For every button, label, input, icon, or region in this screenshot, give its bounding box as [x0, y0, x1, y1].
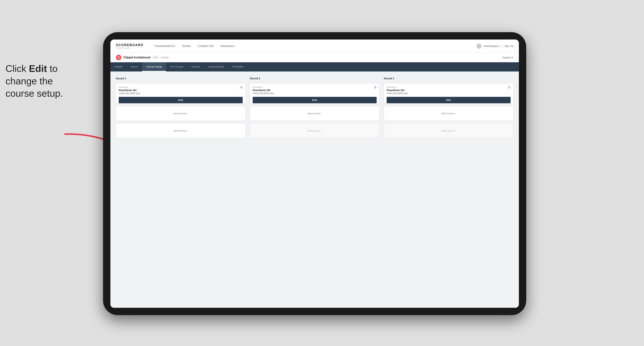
round-3-course-label: (Course A) [386, 86, 510, 88]
round-3-edit-button[interactable]: Edit [386, 97, 510, 103]
round-1-course-detail: Yellow (M) (6629 yds) [119, 92, 243, 95]
round-2-course-label: (Course A) [253, 86, 377, 88]
tournament-logo: C [116, 55, 122, 60]
page-wrapper: Click Edit to change the course setup. S… [0, 0, 644, 346]
round-3-course-name: Peachtree GC [386, 89, 510, 92]
round-2-add-course-2: Add Course + [250, 123, 380, 138]
logo-sub: Powered by clippd [116, 47, 144, 49]
round-2-add-course-1[interactable]: Add Course + [250, 106, 380, 121]
tablet-frame: SCOREBOARD Powered by clippd TOURNAMENTS… [103, 32, 526, 315]
tab-leaderboards[interactable]: Leaderboards [204, 62, 228, 71]
user-avatar [476, 43, 482, 49]
round-3-delete-button[interactable]: 🗑 [507, 85, 511, 89]
tab-course-setup[interactable]: Course Setup [142, 62, 166, 71]
round-2-course-detail: Yellow (M) (6629 yds) [253, 92, 377, 95]
round-1-add-course-2[interactable]: Add Course + [116, 123, 246, 138]
round-1-add-course-1[interactable]: Add Course + [116, 106, 246, 121]
user-email: blair@clippd.io [484, 45, 500, 47]
sign-out-link[interactable]: Sign out [504, 45, 513, 47]
instruction-text: Click Edit to change the course setup. [6, 62, 83, 100]
round-2-column: Round 2 🗑 (Course A) Peachtree GC Yellow… [250, 77, 380, 138]
round-1-header: Round 1 [116, 77, 246, 80]
round-1-delete-button[interactable]: 🗑 [240, 85, 244, 89]
round-3-header: Round 3 [384, 77, 513, 80]
cancel-x-icon: ✕ [511, 56, 513, 59]
tournament-gender-badge: Men [152, 56, 159, 59]
tournament-title-area: C Clippd Invitational Men Hosting [116, 55, 168, 60]
round-3-course-detail: Yellow (M) (6629 yds) [386, 92, 510, 95]
round-1-edit-button[interactable]: Edit [119, 97, 243, 103]
nav-right: blair@clippd.io | Sign out [476, 43, 513, 49]
tournament-header: C Clippd Invitational Men Hosting Cancel… [110, 53, 519, 62]
tab-details[interactable]: Details [110, 62, 126, 71]
round-1-course-label: (Course A) [119, 86, 243, 88]
logo-scoreboard: SCOREBOARD [116, 43, 144, 47]
round-1-add-course-1-text: Add Course + [173, 112, 188, 115]
nav-rankings[interactable]: RANKINGS [217, 39, 238, 53]
round-2-course-name: Peachtree GC [253, 89, 377, 92]
nav-links: TOURNAMENTS TEAMS COMMITTEE RANKINGS [151, 39, 476, 53]
nav-teams[interactable]: TEAMS [178, 39, 194, 53]
nav-separator: | [502, 45, 502, 47]
round-3-course-card: 🗑 (Course A) Peachtree GC Yellow (M) (66… [384, 83, 513, 103]
tournament-status: Hosting [161, 56, 168, 59]
round-2-add-course-1-text: Add Course + [307, 112, 322, 115]
tablet-screen: SCOREBOARD Powered by clippd TOURNAMENTS… [110, 39, 519, 308]
round-1-course-name: Peachtree GC [119, 89, 243, 92]
round-2-course-card: 🗑 (Course A) Peachtree GC Yellow (M) (66… [250, 83, 380, 103]
cancel-button[interactable]: Cancel ✕ [502, 56, 513, 59]
round-3-add-course-2: Add Course + [384, 123, 513, 138]
instruction-prefix: Click [6, 63, 29, 74]
tab-teams[interactable]: Teams [126, 62, 142, 71]
instruction-bold: Edit [29, 63, 47, 74]
rounds-grid: Round 1 🗑 (Course A) Peachtree GC Yellow… [116, 77, 513, 138]
round-3-add-course-1[interactable]: Add Course + [384, 106, 513, 121]
round-3-add-course-2-text: Add Course + [441, 129, 456, 132]
round-2-edit-button[interactable]: Edit [253, 97, 377, 103]
top-nav: SCOREBOARD Powered by clippd TOURNAMENTS… [110, 39, 519, 53]
nav-committee[interactable]: COMMITTEE [194, 39, 217, 53]
main-content: Round 1 🗑 (Course A) Peachtree GC Yellow… [110, 71, 519, 308]
tournament-name: Clippd Invitational [123, 56, 150, 59]
tab-results[interactable]: Results [187, 62, 204, 71]
round-1-add-course-2-text: Add Course + [173, 129, 188, 132]
round-2-delete-button[interactable]: 🗑 [373, 85, 378, 89]
round-1-course-card: 🗑 (Course A) Peachtree GC Yellow (M) (66… [116, 83, 246, 103]
cancel-label: Cancel [502, 56, 510, 59]
round-2-header: Round 2 [250, 77, 380, 80]
round-3-add-course-1-text: Add Course + [441, 112, 456, 115]
tab-printables[interactable]: Printables [228, 62, 248, 71]
round-3-column: Round 3 🗑 (Course A) Peachtree GC Yellow… [384, 77, 513, 138]
round-1-column: Round 1 🗑 (Course A) Peachtree GC Yellow… [116, 77, 246, 138]
tab-tee-groups[interactable]: Tee Groups [166, 62, 187, 71]
nav-tournaments[interactable]: TOURNAMENTS [151, 39, 178, 53]
round-2-add-course-2-text: Add Course + [307, 129, 322, 132]
logo-area: SCOREBOARD Powered by clippd [116, 43, 144, 49]
tab-bar: Details Teams Course Setup Tee Groups Re… [110, 62, 519, 71]
